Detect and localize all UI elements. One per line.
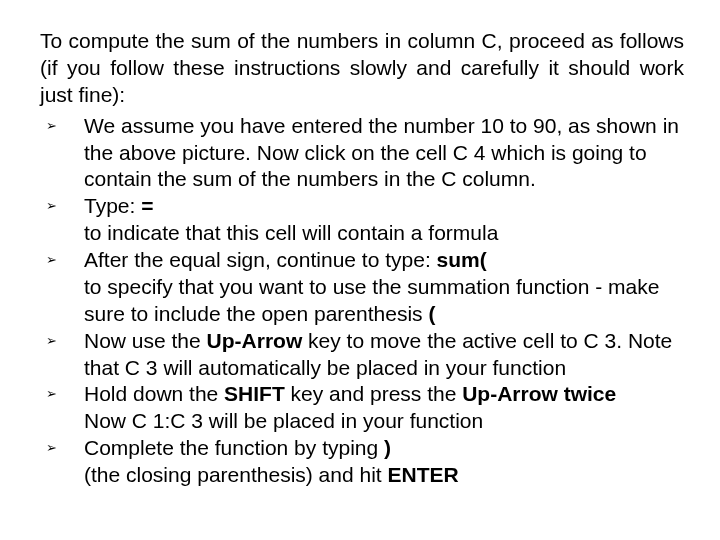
list-item-text: Type:	[84, 194, 141, 217]
list-item: ➢ After the equal sign, continue to type…	[40, 247, 684, 328]
list-item-text: Hold down the	[84, 382, 224, 405]
bullet-icon: ➢	[46, 253, 57, 266]
list-item-text: to specify that you want to use the summ…	[84, 275, 659, 325]
formula-equals: =	[141, 194, 153, 217]
document-page: To compute the sum of the numbers in col…	[0, 0, 720, 540]
bullet-icon: ➢	[46, 441, 57, 454]
list-item-text: After the equal sign, continue to type:	[84, 248, 437, 271]
list-item: ➢ Complete the function by typing ) (the…	[40, 435, 684, 489]
instruction-list: ➢ We assume you have entered the number …	[40, 113, 684, 489]
list-item-text: key and press the	[285, 382, 462, 405]
list-item: ➢ We assume you have entered the number …	[40, 113, 684, 194]
list-item-text: We assume you have entered the number 10…	[84, 114, 679, 191]
intro-paragraph: To compute the sum of the numbers in col…	[40, 28, 684, 109]
open-paren: (	[428, 302, 435, 325]
formula-sum: sum(	[437, 248, 487, 271]
up-arrow-key: Up-Arrow	[207, 329, 303, 352]
list-item-text: Now use the	[84, 329, 207, 352]
shift-key: SHIFT	[224, 382, 285, 405]
list-item: ➢ Hold down the SHIFT key and press the …	[40, 381, 684, 435]
list-item-text: to indicate that this cell will contain …	[84, 221, 498, 244]
list-item-text: Complete the function by typing	[84, 436, 384, 459]
bullet-icon: ➢	[46, 387, 57, 400]
list-item-text: Now C 1:C 3 will be placed in your funct…	[84, 409, 483, 432]
list-item: ➢ Type: = to indicate that this cell wil…	[40, 193, 684, 247]
list-item-text: (the closing parenthesis) and hit	[84, 463, 388, 486]
list-item: ➢ Now use the Up-Arrow key to move the a…	[40, 328, 684, 382]
bullet-icon: ➢	[46, 334, 57, 347]
bullet-icon: ➢	[46, 119, 57, 132]
up-arrow-twice: Up-Arrow twice	[462, 382, 616, 405]
enter-key: ENTER	[388, 463, 459, 486]
bullet-icon: ➢	[46, 199, 57, 212]
close-paren: )	[384, 436, 391, 459]
